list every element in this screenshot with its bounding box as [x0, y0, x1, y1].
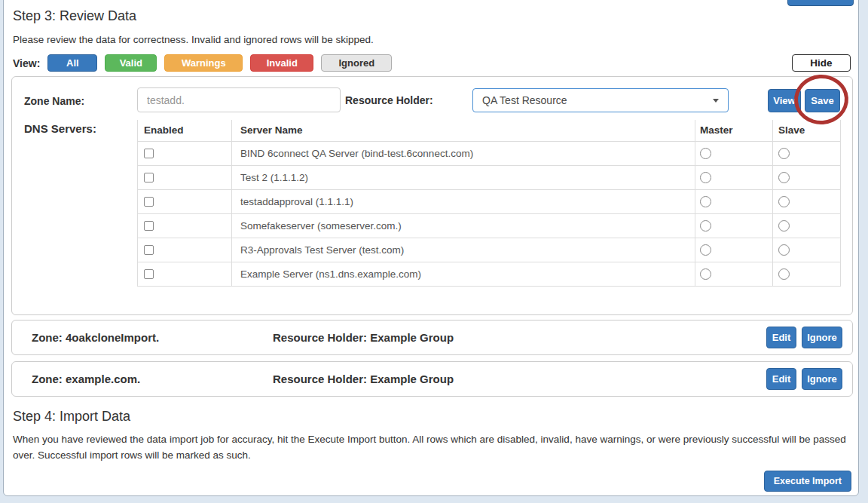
resource-holder-selected-value: QA Test Resource	[482, 94, 713, 106]
zone-name-input[interactable]	[137, 87, 341, 112]
enabled-checkbox[interactable]	[144, 197, 154, 207]
slave-radio[interactable]	[778, 148, 790, 159]
enabled-checkbox[interactable]	[144, 173, 154, 182]
zone-resource-holder: Resource Holder: Example Group	[273, 373, 454, 385]
save-button[interactable]: Save	[805, 89, 840, 112]
header-server-name: Server Name	[232, 120, 695, 141]
step4-title: Step 4: Import Data	[13, 409, 130, 425]
zone-label: Zone: 4oakcloneImport.	[32, 331, 159, 344]
slave-radio[interactable]	[778, 244, 790, 256]
edit-button[interactable]: Edit	[766, 368, 796, 390]
server-name-cell: testaddapproval (1.1.1.1)	[232, 189, 695, 213]
view-button[interactable]: View	[768, 89, 801, 112]
server-name-cell: R3-Approvals Test Server (test.com)	[232, 238, 695, 262]
dns-servers-table: Enabled Server Name Master Slave BIND 6c…	[137, 120, 841, 287]
dns-servers-label: DNS Servers:	[24, 122, 96, 135]
slave-radio[interactable]	[778, 268, 790, 280]
slave-radio[interactable]	[778, 196, 790, 207]
header-slave: Slave	[773, 120, 841, 141]
resource-holder-label: Resource Holder:	[345, 89, 433, 112]
enabled-checkbox[interactable]	[144, 221, 154, 231]
zone-label: Zone: example.com.	[32, 373, 140, 385]
filter-all-button[interactable]: All	[47, 54, 97, 72]
zone-editor-panel: Zone Name: Resource Holder: QA Test Reso…	[11, 76, 853, 315]
table-row: BIND 6connect QA Server (bind-test.6conn…	[138, 141, 841, 165]
master-radio[interactable]	[700, 196, 711, 207]
master-radio[interactable]	[700, 220, 711, 232]
chevron-down-icon	[713, 99, 719, 103]
filter-ignored-button[interactable]: Ignored	[321, 54, 392, 72]
hide-button[interactable]: Hide	[792, 54, 851, 72]
table-row: Test 2 (1.1.1.2)	[138, 165, 841, 189]
filter-warnings-button[interactable]: Warnings	[164, 54, 243, 72]
table-row: Somefakeserver (someserver.com.)	[138, 213, 841, 238]
edit-button[interactable]: Edit	[766, 327, 796, 348]
table-row: R3-Approvals Test Server (test.com)	[138, 238, 841, 262]
step3-description: Please review the data for correctness. …	[13, 34, 374, 45]
step4-description: When you have reviewed the data import j…	[13, 431, 851, 463]
server-name-cell: Test 2 (1.1.1.2)	[232, 165, 695, 189]
server-name-cell: Somefakeserver (someserver.com.)	[232, 213, 695, 238]
view-filter-bar: View: All Valid Warnings Invalid Ignored	[13, 54, 399, 72]
zone-name-label: Zone Name:	[24, 89, 84, 113]
resource-holder-select[interactable]: QA Test Resource	[472, 88, 729, 112]
zone-summary-row: Zone: example.com. Resource Holder: Exam…	[11, 361, 853, 397]
zone-summary-row: Zone: 4oakcloneImport. Resource Holder: …	[11, 320, 853, 355]
master-radio[interactable]	[700, 148, 711, 159]
server-name-cell: Example Server (ns1.dns.example.com)	[232, 262, 695, 286]
filter-valid-button[interactable]: Valid	[105, 54, 157, 72]
enabled-checkbox[interactable]	[144, 269, 154, 279]
zone-resource-holder: Resource Holder: Example Group	[273, 331, 454, 344]
cutoff-top-button[interactable]	[787, 0, 854, 6]
table-row: Example Server (ns1.dns.example.com)	[138, 262, 841, 286]
table-header-row: Enabled Server Name Master Slave	[138, 120, 841, 141]
enabled-checkbox[interactable]	[144, 245, 154, 255]
master-radio[interactable]	[700, 172, 711, 183]
filter-invalid-button[interactable]: Invalid	[250, 54, 313, 72]
table-row: testaddapproval (1.1.1.1)	[138, 189, 841, 213]
execute-import-button[interactable]: Execute Import	[764, 471, 851, 492]
master-radio[interactable]	[700, 244, 711, 256]
server-name-cell: BIND 6connect QA Server (bind-test.6conn…	[232, 141, 695, 165]
header-enabled: Enabled	[138, 120, 232, 141]
slave-radio[interactable]	[778, 220, 790, 232]
import-wizard-panel: Step 3: Review Data Please review the da…	[3, 0, 859, 496]
view-filter-label: View:	[13, 57, 40, 69]
step3-title: Step 3: Review Data	[13, 8, 136, 24]
enabled-checkbox[interactable]	[144, 149, 154, 158]
ignore-button[interactable]: Ignore	[802, 368, 842, 390]
slave-radio[interactable]	[778, 172, 790, 183]
ignore-button[interactable]: Ignore	[802, 327, 842, 348]
header-master: Master	[695, 120, 773, 141]
master-radio[interactable]	[700, 268, 711, 280]
